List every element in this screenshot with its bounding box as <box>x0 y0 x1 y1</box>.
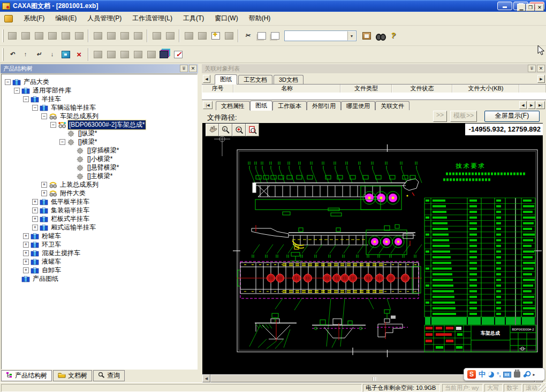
collapse-icon[interactable]: − <box>5 79 11 85</box>
batch-in-button[interactable] <box>92 29 104 42</box>
expand-icon[interactable]: + <box>32 225 38 230</box>
sogou-logo-icon[interactable]: S <box>467 370 476 379</box>
sidebar-tab-product-tree[interactable]: 产品结构树 <box>1 370 52 381</box>
menu-window[interactable]: 窗口(W) <box>209 12 243 25</box>
tab-scroll-left-icon[interactable]: ◀ <box>203 75 210 83</box>
doc-tab-工艺文档[interactable]: 工艺文档 <box>238 75 272 84</box>
tree-item[interactable]: −车辆运输半挂车 <box>32 103 97 112</box>
file-out-button[interactable] <box>196 29 208 42</box>
doc-edit-button[interactable] <box>145 48 157 60</box>
zoom-inout-button[interactable]: ± <box>219 124 232 136</box>
expand-icon[interactable]: + <box>32 216 38 222</box>
tree-item[interactable]: +低平板半挂车 <box>32 197 90 206</box>
doc-delete-button[interactable] <box>19 29 32 42</box>
save-local-button[interactable] <box>92 48 104 60</box>
file-new-button[interactable] <box>209 29 222 42</box>
detail-tab-文档属性[interactable]: 文档属性 <box>216 101 250 110</box>
batch-out-button[interactable] <box>105 29 117 42</box>
check-out-button[interactable]: ↑ <box>19 48 32 60</box>
ime-fullhalf-icon[interactable] <box>488 372 494 378</box>
tree-item[interactable]: +环卫车 <box>23 240 62 249</box>
ime-skin-icon[interactable] <box>514 371 520 378</box>
menu-edit[interactable]: 编辑(E) <box>50 12 82 25</box>
obj-remove-button[interactable] <box>132 29 144 42</box>
tree-item[interactable]: +附件大类 <box>41 189 87 197</box>
doc-out-button[interactable] <box>118 48 131 60</box>
tree-item[interactable]: +厢式运输半挂车 <box>32 223 97 232</box>
tree-item[interactable]: +粉罐车 <box>23 232 62 240</box>
tree-item[interactable]: +液罐车 <box>23 257 62 266</box>
column-header-4[interactable]: 文件大小(KB) <box>452 84 519 93</box>
find-button[interactable] <box>374 29 386 42</box>
detail-tab-工作版本[interactable]: 工作版本 <box>272 101 307 110</box>
undo-button[interactable]: ↶ <box>6 48 18 60</box>
detail-tab-图纸[interactable]: 图纸 <box>250 101 272 111</box>
toolbar-grip[interactable] <box>2 48 4 61</box>
product-structure-tree[interactable]: −产品大类−通用零部件库−半挂车−车辆运输半挂车−车架总成系列−[BDP0630… <box>1 74 198 370</box>
related-list-panel-header[interactable]: 关联对象列表 ∓ ✕ <box>202 64 546 73</box>
collapse-icon[interactable]: − <box>23 96 29 102</box>
ime-punct-icon[interactable]: °, <box>497 371 500 378</box>
paste-button[interactable] <box>360 29 373 42</box>
tree-item[interactable]: −产品图纸 <box>14 274 59 283</box>
browse-view-button[interactable] <box>59 48 72 60</box>
file-in-button[interactable] <box>183 29 195 42</box>
doc-tab-3D文档[interactable]: 3D文档 <box>274 75 304 84</box>
menu-personnel[interactable]: 人员管理(P) <box>82 12 127 25</box>
tree-item[interactable]: +上装总成系列 <box>41 180 100 189</box>
delete-red-button[interactable]: × <box>73 48 85 60</box>
ref-remove-button[interactable] <box>164 29 176 42</box>
ime-expand-icon[interactable]: ▸ <box>533 372 535 377</box>
close-panel-icon[interactable]: ✕ <box>537 65 545 72</box>
tab-last-icon[interactable]: ▶| <box>536 101 545 109</box>
ime-softkeyboard-icon[interactable] <box>503 372 511 378</box>
copy-multi-button[interactable] <box>268 29 280 42</box>
tree-item[interactable]: −车架总成系列 <box>41 112 100 120</box>
collapse-icon[interactable]: − <box>32 105 38 111</box>
copy-button[interactable] <box>255 29 267 42</box>
column-header-1[interactable]: 名称 <box>233 84 340 93</box>
tab-prev-icon[interactable]: ◀ <box>519 101 527 109</box>
expand-icon[interactable]: + <box>23 250 29 256</box>
column-header-0[interactable]: 序号 <box>202 84 233 93</box>
obj-add-button[interactable] <box>118 29 131 42</box>
tab-scroll-right-icon[interactable]: ▶ <box>537 75 545 83</box>
column-header-2[interactable]: 文件类型 <box>340 84 392 93</box>
more-button[interactable]: >> <box>433 111 447 122</box>
expand-icon[interactable]: + <box>32 207 38 213</box>
tree-item[interactable]: −[]小横梁* <box>69 155 113 163</box>
detail-tab-外部引用[interactable]: 外部引用 <box>307 101 341 110</box>
expand-icon[interactable]: + <box>23 267 29 273</box>
doc-add-button[interactable] <box>6 29 18 42</box>
ime-settings-icon[interactable] <box>523 371 530 378</box>
toolbar-grip[interactable] <box>2 29 4 42</box>
mdi-close-button[interactable]: ✕ <box>535 4 544 11</box>
cut-button[interactable]: ✂ <box>241 29 254 42</box>
expand-icon[interactable]: + <box>41 182 47 188</box>
tab-next-icon[interactable]: ▶ <box>528 101 535 109</box>
template-button[interactable]: 模板>> <box>450 111 477 122</box>
help-button[interactable]: ? <box>387 29 399 42</box>
tree-item[interactable]: −产品大类 <box>5 78 50 86</box>
detail-tab-关联文件[interactable]: 关联文件 <box>375 101 410 110</box>
expand-icon[interactable]: + <box>23 259 29 265</box>
pin-icon[interactable]: ∓ <box>528 65 536 72</box>
ime-lang-icon[interactable]: 中 <box>479 370 486 379</box>
expand-icon[interactable]: + <box>41 190 47 196</box>
tab-first-icon[interactable]: |◀ <box>203 101 213 109</box>
expand-icon[interactable]: + <box>32 199 38 205</box>
tree-item[interactable]: +混凝土搅拌车 <box>23 249 81 257</box>
list-check-button[interactable] <box>172 48 184 60</box>
ref-add-button[interactable] <box>150 29 163 42</box>
tree-item[interactable]: +集装箱半挂车 <box>32 206 90 214</box>
check-return-button[interactable]: ↵ <box>33 48 45 60</box>
mdi-restore-button[interactable]: ❐ <box>526 4 535 11</box>
tree-item[interactable]: +栏板式半挂车 <box>32 214 90 223</box>
zoom-window-button[interactable] <box>232 124 246 136</box>
combo-dropdown-icon[interactable]: ▼ <box>347 31 356 41</box>
scroll-left-icon[interactable]: ◀ <box>202 374 210 382</box>
menu-workflow[interactable]: 工作流管理(L) <box>127 12 178 25</box>
title-bar[interactable]: CAXA图文档 - [2801001.exb] ✕ <box>0 0 546 12</box>
sidebar-tab-query[interactable]: 查询 <box>93 370 125 381</box>
search-combobox[interactable]: ▼ <box>284 30 357 41</box>
